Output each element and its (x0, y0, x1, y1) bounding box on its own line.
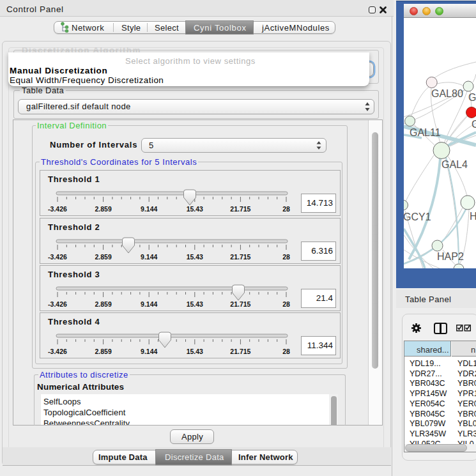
svg-text:21.715: 21.715 (230, 253, 250, 261)
svg-text:15.43: 15.43 (187, 253, 203, 261)
svg-text:-3.426: -3.426 (48, 348, 67, 355)
svg-text:GAL11: GAL11 (410, 127, 441, 138)
svg-text:-3.426: -3.426 (48, 205, 67, 213)
svg-text:28: 28 (282, 253, 290, 261)
svg-text:HAP2: HAP2 (437, 251, 464, 262)
svg-text:9.144: 9.144 (141, 205, 157, 213)
svg-text:GAL4: GAL4 (441, 159, 468, 170)
svg-text:C: C (472, 119, 476, 130)
svg-text:15.43: 15.43 (187, 205, 203, 213)
svg-text:GAL80: GAL80 (431, 88, 463, 99)
svg-text:15.43: 15.43 (187, 300, 203, 308)
svg-text:21.715: 21.715 (230, 300, 250, 308)
svg-text:9.144: 9.144 (141, 253, 157, 261)
svg-text:2.859: 2.859 (95, 348, 111, 355)
svg-text:2.859: 2.859 (95, 205, 111, 213)
svg-text:28: 28 (282, 300, 290, 308)
svg-text:2.859: 2.859 (95, 253, 111, 261)
svg-text:2.859: 2.859 (95, 300, 111, 308)
svg-text:GCY1: GCY1 (404, 211, 431, 222)
svg-text:H: H (470, 211, 476, 222)
svg-text:21.715: 21.715 (230, 348, 250, 355)
svg-text:15.43: 15.43 (187, 348, 203, 355)
svg-text:9.144: 9.144 (141, 300, 157, 308)
svg-text:9.144: 9.144 (141, 348, 157, 355)
svg-text:28: 28 (282, 205, 290, 213)
svg-text:21.715: 21.715 (230, 205, 250, 213)
svg-text:-3.426: -3.426 (48, 253, 67, 261)
svg-text:-3.426: -3.426 (48, 300, 67, 308)
svg-text:GA: GA (468, 92, 476, 103)
svg-text:28: 28 (282, 348, 290, 355)
